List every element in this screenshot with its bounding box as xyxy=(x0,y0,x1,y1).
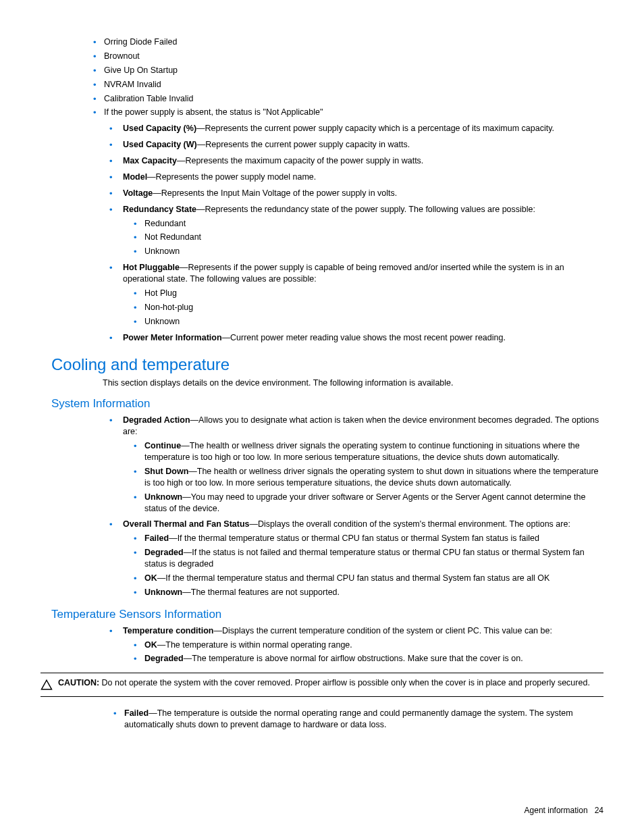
caution-block: CAUTION: Do not operate the system with … xyxy=(41,673,603,697)
page-footer: Agent information 24 xyxy=(525,806,603,815)
list-item: Not Redundant xyxy=(126,232,603,243)
power-supply-list: Orring Diode Failed Brownout Give Up On … xyxy=(41,36,603,118)
list-item: Max Capacity—Represents the maximum capa… xyxy=(103,155,603,167)
list-item: Degraded—The temperature is above normal… xyxy=(126,653,603,664)
list-item: Redundancy State—Represents the redundan… xyxy=(103,204,603,258)
list-item: Overall Thermal and Fan Status—Displays … xyxy=(103,519,603,598)
list-item: Failed—If the thermal temperature status… xyxy=(126,533,603,544)
list-item: Degraded Action—Allows you to designate … xyxy=(103,415,603,514)
footer-label: Agent information xyxy=(525,806,588,815)
temp-sensors-list-cont: Failed—The temperature is outside the no… xyxy=(41,708,603,731)
list-item: Unknown—The thermal features are not sup… xyxy=(126,587,603,598)
list-item: Unknown xyxy=(126,246,603,257)
list-item: Orring Diode Failed xyxy=(85,36,603,48)
list-item: Calibration Table Invalid xyxy=(85,93,603,105)
list-item: NVRAM Invalid xyxy=(85,79,603,90)
list-item: If the power supply is absent, the statu… xyxy=(85,107,603,118)
list-item: Model—Represents the power supply model … xyxy=(103,172,603,183)
list-item: Unknown—You may need to upgrade your dri… xyxy=(126,492,603,515)
list-item: Unknown xyxy=(126,316,603,328)
list-item: Brownout xyxy=(85,51,603,62)
list-item: Continue—The health or wellness driver s… xyxy=(126,440,603,463)
list-item: Voltage—Represents the Input Main Voltag… xyxy=(103,188,603,199)
list-item: Degraded—If the status is not failed and… xyxy=(126,547,603,570)
intro-text: This section displays details on the dev… xyxy=(103,378,603,388)
caution-icon xyxy=(41,679,53,691)
list-item: OK—If the thermal temperature status and… xyxy=(126,573,603,584)
list-item: Failed—The temperature is outside the no… xyxy=(103,708,603,731)
caution-label: CAUTION: xyxy=(58,678,99,687)
list-item: Used Capacity (W)—Represents the current… xyxy=(103,139,603,151)
list-item: Give Up On Startup xyxy=(85,65,603,76)
system-info-list: Degraded Action—Allows you to designate … xyxy=(41,415,603,598)
list-item: Used Capacity (%)—Represents the current… xyxy=(103,123,603,134)
list-item: Hot Pluggable—Represents if the power su… xyxy=(103,262,603,327)
page: Orring Diode Failed Brownout Give Up On … xyxy=(0,0,644,834)
list-item: Failed—The temperature is outside the no… xyxy=(105,708,603,731)
caution-body: Do not operate the system with the cover… xyxy=(99,678,590,687)
footer-page: 24 xyxy=(595,806,603,815)
list-item: OK—The temperature is within normal oper… xyxy=(126,640,603,651)
list-item: Orring Diode Failed Brownout Give Up On … xyxy=(103,36,603,118)
heading-cooling: Cooling and temperature xyxy=(51,355,603,374)
heading-temp-sensors: Temperature Sensors Information xyxy=(51,608,603,621)
heading-system-info: System Information xyxy=(51,397,603,411)
list-item: Shut Down—The health or wellness driver … xyxy=(126,466,603,489)
list-item: Power Meter Information—Current power me… xyxy=(103,332,603,344)
list-item: Hot Plug xyxy=(126,288,603,299)
power-supply-defs: Used Capacity (%)—Represents the current… xyxy=(41,123,603,343)
list-item: Temperature condition—Displays the curre… xyxy=(103,625,603,665)
temp-sensors-list: Temperature condition—Displays the curre… xyxy=(41,625,603,665)
list-item: Non-hot-plug xyxy=(126,302,603,313)
caution-text: CAUTION: Do not operate the system with … xyxy=(58,677,603,689)
list-item: Redundant xyxy=(126,218,603,230)
